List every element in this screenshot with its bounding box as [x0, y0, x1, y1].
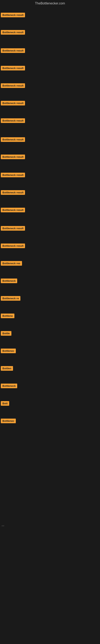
- bottleneck-item-6: Bottleneck result: [1, 100, 25, 107]
- bottleneck-item-14: Bottleneck result: [1, 243, 25, 249]
- bottleneck-label-23: Bott: [1, 401, 9, 406]
- bottleneck-label-11: Bottleneck result: [1, 190, 25, 195]
- bottleneck-item-22: Bottleneck: [1, 383, 17, 390]
- bottleneck-label-1: Bottleneck result: [1, 13, 25, 17]
- bottleneck-item-23: Bott: [1, 401, 9, 407]
- bottleneck-item-21: Bottlen: [1, 366, 13, 372]
- bottleneck-item-13: Bottleneck result: [1, 226, 25, 232]
- bottleneck-label-9: Bottleneck result: [1, 154, 25, 159]
- bottleneck-item-7: Bottleneck result: [1, 118, 25, 124]
- bottleneck-item-15: Bottleneck res: [1, 260, 22, 267]
- bottleneck-label-4: Bottleneck result: [1, 66, 25, 70]
- bottleneck-item-2: Bottleneck result: [1, 30, 25, 36]
- bottleneck-list: [0, 7, 100, 8]
- bottleneck-label-12: Bottleneck result: [1, 208, 25, 212]
- bottleneck-item-3: Bottleneck result: [1, 48, 25, 54]
- bottleneck-item-9: Bottleneck result: [1, 154, 25, 160]
- bottleneck-item-10: Bottleneck result: [1, 172, 25, 178]
- bottleneck-item-5: Bottleneck result: [1, 83, 25, 89]
- bottleneck-label-10: Bottleneck result: [1, 173, 25, 177]
- bottleneck-item-8: Bottleneck result: [1, 137, 25, 143]
- bottleneck-label-19: Bottle: [1, 331, 11, 336]
- bottleneck-label-18: Bottlene: [1, 314, 14, 318]
- bottleneck-item-4: Bottleneck result: [1, 66, 25, 72]
- bottleneck-label-13: Bottleneck result: [1, 226, 25, 231]
- bottleneck-label-5: Bottleneck result: [1, 83, 25, 88]
- bottleneck-item-19: Bottle: [1, 331, 11, 337]
- bottleneck-item-24: Bottlenec: [1, 418, 16, 424]
- bottleneck-label-6: Bottleneck result: [1, 101, 25, 106]
- ellipsis-indicator: ...: [1, 523, 5, 527]
- bottleneck-item-17: Bottleneck re: [1, 296, 20, 302]
- bottleneck-label-8: Bottleneck result: [1, 137, 25, 142]
- bottleneck-item-1: Bottleneck result: [1, 12, 25, 18]
- site-header: TheBottlenecker.com: [0, 0, 100, 7]
- bottleneck-label-22: Bottleneck: [1, 384, 17, 388]
- bottleneck-item-12: Bottleneck result: [1, 207, 25, 214]
- bottleneck-label-2: Bottleneck result: [1, 30, 25, 34]
- bottleneck-item-11: Bottleneck result: [1, 190, 25, 196]
- bottleneck-label-14: Bottleneck result: [1, 244, 25, 248]
- bottleneck-label-7: Bottleneck result: [1, 118, 25, 123]
- bottleneck-item-20: Bottlenec: [1, 348, 16, 354]
- site-title: TheBottlenecker.com: [0, 0, 100, 7]
- bottleneck-label-15: Bottleneck res: [1, 261, 22, 266]
- bottleneck-label-16: Bottleneck: [1, 278, 17, 283]
- bottleneck-label-24: Bottlenec: [1, 418, 16, 423]
- bottleneck-label-21: Bottlen: [1, 366, 13, 371]
- bottleneck-label-17: Bottleneck re: [1, 296, 20, 301]
- bottleneck-label-3: Bottleneck result: [1, 48, 25, 53]
- bottleneck-item-16: Bottleneck: [1, 278, 17, 284]
- bottleneck-label-20: Bottlenec: [1, 348, 16, 353]
- bottleneck-item-18: Bottlene: [1, 313, 14, 320]
